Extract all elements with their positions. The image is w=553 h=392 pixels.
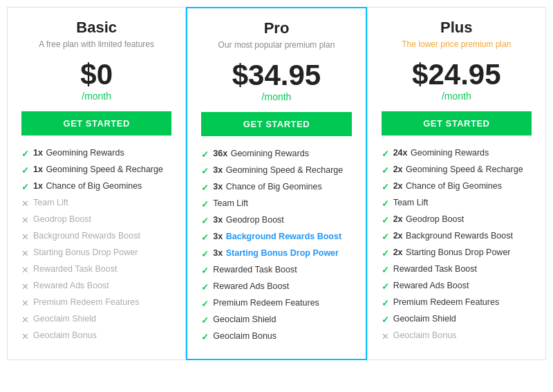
list-item: ✓2x Geodrop Boost [382, 214, 532, 225]
feature-multiplier: 2x [393, 248, 405, 257]
feature-text: 24x Geomining Rewards [393, 148, 489, 158]
list-item: ✕Background Rewards Boost [21, 231, 171, 242]
plan-price-basic: $0 [21, 59, 171, 91]
features-list-pro: ✓36x Geomining Rewards✓3x Geomining Spee… [201, 149, 351, 342]
cross-icon: ✕ [21, 265, 29, 275]
list-item: ✓3x Starting Bonus Drop Power [201, 248, 351, 259]
get-started-button-plus[interactable]: GET STARTED [382, 111, 532, 136]
list-item: ✓Geoclaim Bonus [201, 331, 351, 342]
plan-price-pro: $34.95 [201, 59, 351, 91]
check-icon: ✓ [201, 265, 209, 276]
feature-text: Premium Redeem Features [393, 297, 500, 307]
feature-label: Geoclaim Bonus [213, 331, 276, 341]
list-item: ✓Team Lift [201, 198, 351, 209]
list-item: ✓2x Starting Bonus Drop Power [382, 248, 532, 259]
feature-multiplier: 2x [393, 231, 405, 241]
feature-text: Geodrop Boost [33, 214, 91, 224]
feature-label: Background Rewards Boost [406, 231, 513, 241]
feature-text: Geoclaim Bonus [213, 331, 276, 341]
feature-label-bold: Background Rewards Boost [226, 232, 341, 241]
list-item: ✓Rewarded Task Boost [201, 265, 351, 276]
feature-label: Rewared Ads Boost [393, 281, 469, 290]
feature-label: Rewarded Task Boost [213, 265, 297, 274]
list-item: ✕Geoclaim Shield [21, 314, 171, 325]
cross-icon: ✕ [21, 198, 29, 209]
list-item: ✓Geoclaim Shield [201, 315, 351, 326]
feature-label-disabled: Geodrop Boost [33, 214, 91, 224]
feature-text: Geoclaim Shield [213, 315, 276, 324]
feature-text: Rewared Ads Boost [393, 281, 469, 290]
feature-multiplier: 3x [213, 232, 225, 241]
feature-label-bold: Starting Bonus Drop Power [226, 248, 339, 258]
check-icon: ✓ [382, 198, 389, 209]
feature-label: Geoclaim Shield [393, 314, 456, 324]
list-item: ✕Geoclaim Bonus [382, 330, 532, 342]
features-list-plus: ✓24x Geomining Rewards✓2x Geomining Spee… [382, 148, 532, 342]
feature-text: 2x Background Rewards Boost [393, 231, 513, 241]
list-item: ✓Rewarded Task Boost [382, 264, 532, 275]
check-icon: ✓ [21, 182, 29, 192]
check-icon: ✓ [201, 249, 209, 259]
features-list-basic: ✓1x Geomining Rewards✓1x Geomining Speed… [21, 148, 171, 342]
list-item: ✓3x Geomining Speed & Recharge [201, 165, 351, 176]
plan-period-pro: /month [201, 91, 351, 102]
feature-text: 3x Background Rewards Boost [213, 232, 341, 241]
feature-label: Geomining Rewards [231, 149, 309, 158]
feature-text: Premium Redeem Features [33, 297, 140, 307]
list-item: ✕Rewarded Task Boost [21, 264, 171, 275]
get-started-button-pro[interactable]: GET STARTED [201, 112, 351, 136]
check-icon: ✓ [382, 215, 389, 225]
check-icon: ✓ [382, 165, 389, 176]
cross-icon: ✕ [21, 281, 29, 292]
feature-text: Rewarded Task Boost [393, 264, 477, 274]
feature-text: 3x Starting Bonus Drop Power [213, 248, 339, 258]
plan-period-plus: /month [382, 91, 532, 102]
feature-label-disabled: Geoclaim Bonus [393, 330, 457, 340]
feature-text: 2x Geodrop Boost [393, 214, 464, 224]
feature-text: Geoclaim Shield [33, 314, 96, 324]
feature-multiplier: 3x [213, 215, 225, 225]
feature-text: Geoclaim Bonus [393, 330, 457, 340]
check-icon: ✓ [201, 166, 209, 176]
list-item: ✓1x Geomining Rewards [21, 148, 171, 159]
list-item: ✓Premium Redeem Features [201, 298, 351, 309]
feature-label: Geomining Speed & Recharge [46, 165, 163, 174]
feature-text: 2x Geomining Speed & Recharge [393, 165, 523, 174]
feature-label: Geodrop Boost [406, 214, 464, 224]
list-item: ✓1x Chance of Big Geomines [21, 181, 171, 192]
cross-icon: ✕ [21, 215, 29, 225]
feature-multiplier: 1x [33, 148, 45, 158]
feature-label-disabled: Rewarded Task Boost [33, 264, 117, 274]
plan-name-pro: Pro [201, 19, 351, 37]
get-started-button-basic[interactable]: GET STARTED [21, 111, 171, 136]
feature-text: Starting Bonus Drop Power [33, 248, 138, 257]
feature-text: 1x Geomining Rewards [33, 148, 124, 158]
feature-label: Team Lift [393, 198, 429, 207]
plan-card-pro: ProOur most popular premium plan$34.95/m… [186, 7, 366, 360]
list-item: ✓Premium Redeem Features [382, 297, 532, 308]
check-icon: ✓ [382, 315, 389, 325]
feature-text: Team Lift [33, 198, 68, 207]
feature-text: Team Lift [393, 198, 429, 207]
feature-label: Geoclaim Shield [213, 315, 276, 324]
check-icon: ✓ [201, 216, 209, 226]
feature-multiplier: 24x [393, 148, 410, 158]
feature-text: Rewared Ads Boost [33, 281, 109, 290]
cross-icon: ✕ [21, 232, 29, 242]
check-icon: ✓ [382, 149, 389, 159]
feature-label: Team Lift [213, 198, 248, 208]
feature-label: Geomining Speed & Recharge [226, 165, 344, 175]
feature-label: Rewared Ads Boost [213, 281, 289, 291]
feature-label: Geodrop Boost [226, 215, 284, 225]
feature-multiplier: 2x [393, 214, 405, 224]
check-icon: ✓ [21, 165, 29, 176]
cross-icon: ✕ [21, 298, 29, 308]
list-item: ✓2x Chance of Big Geomines [382, 181, 532, 192]
feature-label: Premium Redeem Features [393, 297, 500, 307]
check-icon: ✓ [201, 332, 209, 342]
list-item: ✓2x Geomining Speed & Recharge [382, 165, 532, 176]
plan-period-basic: /month [21, 91, 171, 102]
list-item: ✕Starting Bonus Drop Power [21, 248, 171, 259]
plan-name-basic: Basic [21, 19, 171, 37]
feature-label: Chance of Big Geomines [226, 182, 322, 192]
